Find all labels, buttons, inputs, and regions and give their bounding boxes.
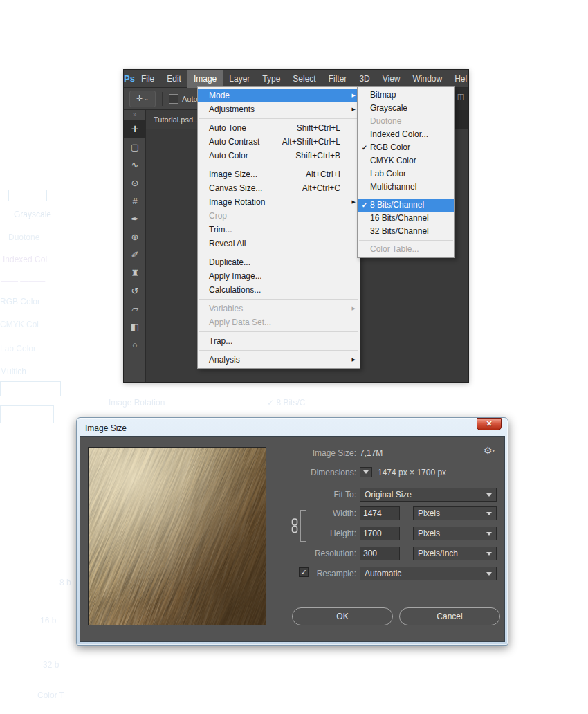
menubar-items: FileEditImageLayerTypeSelectFilter3DView…	[135, 70, 473, 88]
dialog-title: Image Size	[80, 421, 505, 436]
ghost-artifact	[0, 381, 61, 396]
gear-menu-button[interactable]: ⚙▾	[484, 445, 495, 456]
mode-submenu-item-cmyk-color[interactable]: CMYK Color	[358, 154, 454, 167]
mode-submenu-item-lab-color[interactable]: Lab Color	[358, 167, 454, 181]
menu-separator	[199, 118, 358, 119]
fit-to-dropdown[interactable]: Original Size	[360, 488, 497, 502]
menu-item-label: Reveal All	[209, 237, 246, 250]
eraser-tool[interactable]: ▱	[124, 300, 146, 318]
menu-item-label: Variables	[209, 302, 243, 315]
ok-button[interactable]: OK	[292, 607, 393, 625]
divider	[162, 92, 163, 106]
eyedropper-tool[interactable]: ✒	[124, 210, 146, 228]
ghost-artifact: —— ———	[1, 276, 45, 286]
tools-panel: ✛▢∿⊙#✒⊕✐♜↺▱◧○	[124, 120, 145, 354]
image-menu-item-calculations[interactable]: Calculations...	[198, 283, 360, 297]
caret-down-icon: ▾	[493, 448, 495, 453]
image-menu-item-analysis[interactable]: Analysis▶	[198, 353, 360, 367]
menu-item-label: Trap...	[209, 334, 232, 348]
rectangular-marquee-tool[interactable]: ▢	[124, 138, 146, 156]
image-menu-item-reveal-all[interactable]: Reveal All	[198, 237, 360, 250]
image-menu-item-image-size[interactable]: Image Size...Alt+Ctrl+I	[198, 167, 360, 181]
menubar-item-file[interactable]: File	[135, 70, 160, 88]
menubar-item-layer[interactable]: Layer	[223, 70, 256, 88]
menubar-item-window[interactable]: Window	[407, 70, 449, 88]
menu-shortcut: Shift+Ctrl+L	[297, 121, 347, 135]
green-guide-line	[146, 167, 201, 167]
menu-item-label: Canvas Size...	[209, 181, 262, 195]
move-tool-icon: ✛	[136, 94, 143, 103]
menu-item-label: Color Table...	[370, 243, 419, 256]
image-menu-item-auto-tone[interactable]: Auto ToneShift+Ctrl+L	[198, 121, 360, 135]
image-menu-item-image-rotation[interactable]: Image Rotation▶	[198, 195, 360, 209]
image-menu-item-mode[interactable]: Mode▶	[198, 89, 360, 102]
mode-submenu-item-bitmap[interactable]: Bitmap	[358, 89, 454, 102]
blur-tool[interactable]: ○	[124, 336, 146, 354]
move-tool[interactable]: ✛	[124, 120, 146, 138]
menubar-item-select[interactable]: Select	[286, 70, 322, 88]
menubar-item-edit[interactable]: Edit	[160, 70, 187, 88]
menu-item-label: Auto Tone	[209, 121, 246, 135]
image-menu-item-trap[interactable]: Trap...	[198, 334, 360, 348]
image-menu-item-duplicate[interactable]: Duplicate...	[198, 255, 360, 269]
mode-submenu-item-grayscale[interactable]: Grayscale	[358, 102, 454, 115]
resample-dropdown[interactable]: Automatic	[360, 567, 497, 580]
resolution-unit-dropdown[interactable]: Pixels/Inch	[413, 547, 497, 560]
menubar-item-filter[interactable]: Filter	[322, 70, 353, 88]
resolution-label: Resolution:	[80, 548, 356, 559]
brush-tool[interactable]: ✐	[124, 246, 146, 264]
mode-submenu-item-rgb-color[interactable]: ✓RGB Color	[358, 141, 454, 154]
close-icon: ✕	[486, 419, 492, 428]
image-menu-item-canvas-size[interactable]: Canvas Size...Alt+Ctrl+C	[198, 181, 360, 195]
panel-dock-icon[interactable]: ◫	[457, 92, 464, 100]
height-unit-dropdown[interactable]: Pixels	[413, 527, 497, 540]
ghost-artifact: ✓ 8 Bits/C	[267, 398, 305, 408]
image-menu: Mode▶Adjustments▶Auto ToneShift+Ctrl+LAu…	[197, 86, 360, 369]
cancel-button[interactable]: Cancel	[399, 607, 500, 625]
mode-submenu-item-16-bits-channel[interactable]: 16 Bits/Channel	[358, 212, 454, 225]
mode-submenu-item-32-bits-channel[interactable]: 32 Bits/Channel	[358, 225, 454, 238]
image-menu-item-auto-color[interactable]: Auto ColorShift+Ctrl+B	[198, 149, 360, 163]
dimensions-unit-dropdown[interactable]	[360, 467, 372, 477]
menubar-item-image[interactable]: Image	[187, 70, 223, 88]
menubar-item-view[interactable]: View	[376, 70, 407, 88]
dropdown-value: Pixels	[414, 529, 486, 538]
collapse-tools-icon[interactable]: »	[124, 110, 145, 120]
close-button[interactable]: ✕	[477, 418, 502, 430]
menu-separator	[199, 165, 358, 165]
dropdown-value: Automatic	[360, 569, 486, 578]
height-input[interactable]	[360, 527, 400, 540]
red-guide-line	[146, 165, 201, 165]
ghost-artifact: Indexed Col	[3, 255, 47, 264]
menubar-item-3d[interactable]: 3D	[353, 70, 376, 88]
submenu-arrow-icon: ▶	[347, 302, 358, 315]
gradient-tool[interactable]: ◧	[124, 318, 146, 336]
quick-selection-tool[interactable]: ⊙	[124, 174, 146, 192]
crop-tool[interactable]: #	[124, 192, 146, 210]
menu-bar: Ps FileEditImageLayerTypeSelectFilter3DV…	[124, 70, 468, 88]
menubar-item-hel[interactable]: Hel	[448, 70, 473, 88]
width-unit-dropdown[interactable]: Pixels	[413, 506, 497, 520]
dialog-body: Image Size: 7,17M ⚙▾ Dimensions: 1474 px…	[80, 436, 505, 642]
menu-item-label: Trim...	[209, 223, 232, 237]
history-brush-tool[interactable]: ↺	[124, 282, 146, 300]
mode-submenu-item-indexed-color[interactable]: Indexed Color...	[358, 128, 454, 141]
ghost-artifact: —— ——	[3, 165, 38, 174]
auto-select-checkbox[interactable]	[169, 94, 178, 104]
mode-submenu-item-8-bits-channel[interactable]: ✓8 Bits/Channel	[358, 199, 454, 212]
width-input[interactable]	[360, 506, 400, 520]
gear-icon: ⚙	[484, 445, 493, 456]
menubar-item-type[interactable]: Type	[256, 70, 286, 88]
resolution-input[interactable]	[360, 547, 400, 560]
image-menu-item-auto-contrast[interactable]: Auto ContrastAlt+Shift+Ctrl+L	[198, 135, 360, 149]
healing-brush-tool[interactable]: ⊕	[124, 228, 146, 246]
clone-stamp-tool[interactable]: ♜	[124, 264, 146, 282]
dimensions-label: Dimensions:	[80, 467, 356, 478]
tool-preset-button[interactable]: ✛ ⌄	[129, 91, 156, 107]
image-menu-item-trim[interactable]: Trim...	[198, 223, 360, 237]
image-menu-item-adjustments[interactable]: Adjustments▶	[198, 102, 360, 116]
mode-submenu-item-multichannel[interactable]: Multichannel	[358, 181, 454, 194]
lasso-tool[interactable]: ∿	[124, 156, 146, 174]
menu-item-label: Image Size...	[209, 167, 257, 181]
image-menu-item-apply-image[interactable]: Apply Image...	[198, 269, 360, 283]
